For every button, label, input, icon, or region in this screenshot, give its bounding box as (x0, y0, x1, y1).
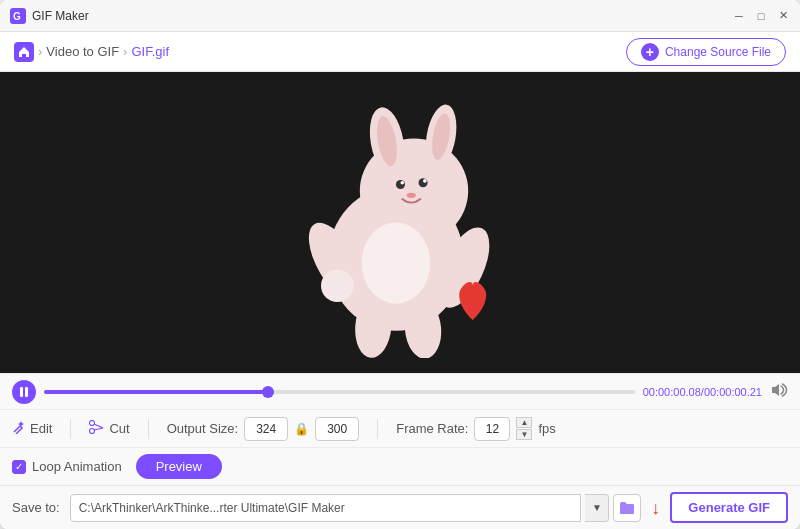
separator-2 (148, 419, 149, 439)
playback-bar: 00:00:00.08/00:00:00.21 (0, 373, 800, 409)
frame-rate-group: Frame Rate: ▲ ▼ fps (396, 417, 556, 441)
svg-point-17 (321, 269, 354, 302)
dropdown-button[interactable]: ▼ (585, 494, 609, 522)
breadcrumb-gif-file: GIF.gif (131, 44, 169, 59)
svg-rect-20 (25, 387, 28, 397)
close-button[interactable]: ✕ (776, 9, 790, 23)
video-content (0, 72, 800, 373)
svg-rect-19 (20, 387, 23, 397)
loop-animation-label: Loop Animation (32, 459, 122, 474)
video-area (0, 72, 800, 373)
output-size-label: Output Size: (167, 421, 239, 436)
title-bar-controls: ─ □ ✕ (732, 9, 790, 23)
breadcrumb-separator: › (38, 44, 42, 59)
maximize-button[interactable]: □ (754, 9, 768, 23)
generate-gif-button[interactable]: Generate GIF (670, 492, 788, 523)
save-path-container: ▼ (70, 494, 642, 522)
progress-thumb (262, 386, 274, 398)
magic-wand-icon (12, 420, 26, 437)
svg-point-18 (361, 222, 430, 303)
app-icon: G (10, 8, 26, 24)
fps-label: fps (538, 421, 555, 436)
title-bar-left: G GIF Maker (10, 8, 89, 24)
minimize-button[interactable]: ─ (732, 9, 746, 23)
progress-track[interactable] (44, 390, 635, 394)
title-bar: G GIF Maker ─ □ ✕ (0, 0, 800, 32)
video-frame (256, 87, 545, 358)
cut-button[interactable]: Cut (89, 420, 129, 437)
arrow-down-icon: ↓ (651, 499, 660, 517)
save-to-label: Save to: (12, 500, 60, 515)
edit-label: Edit (30, 421, 52, 436)
width-input[interactable] (244, 417, 288, 441)
loop-animation-group: Loop Animation (12, 459, 122, 474)
total-time: 00:00:00.21 (704, 386, 762, 398)
spin-down-button[interactable]: ▼ (516, 429, 532, 440)
save-bar: Save to: ▼ ↓ Generate GIF (0, 485, 800, 529)
frame-rate-spinbox: ▲ ▼ (516, 417, 532, 440)
progress-fill (44, 390, 268, 394)
window-title: GIF Maker (32, 9, 89, 23)
toolbar: › Video to GIF › GIF.gif + Change Source… (0, 32, 800, 72)
breadcrumb: › Video to GIF › GIF.gif (14, 42, 169, 62)
breadcrumb-separator-2: › (123, 44, 127, 59)
main-window: G GIF Maker ─ □ ✕ › Video to GIF › GIF.g… (0, 0, 800, 529)
edit-button[interactable]: Edit (12, 420, 52, 437)
svg-point-21 (90, 421, 95, 426)
arrow-indicator: ↓ (651, 499, 660, 517)
lock-icon[interactable]: 🔒 (294, 422, 309, 436)
plus-icon: + (641, 43, 659, 61)
pause-button[interactable] (12, 380, 36, 404)
frame-rate-input[interactable] (474, 417, 510, 441)
breadcrumb-video-to-gif[interactable]: Video to GIF (46, 44, 119, 59)
svg-point-8 (395, 180, 404, 189)
svg-point-12 (406, 193, 415, 198)
current-time: 00:00:00.08 (643, 386, 701, 398)
edit-bar: Edit Cut Output Size: 🔒 Frame Rate: (0, 409, 800, 447)
volume-icon[interactable] (770, 382, 788, 401)
time-display: 00:00:00.08/00:00:00.21 (643, 386, 762, 398)
height-input[interactable] (315, 417, 359, 441)
home-icon[interactable] (14, 42, 34, 62)
change-source-button[interactable]: + Change Source File (626, 38, 786, 66)
spin-up-button[interactable]: ▲ (516, 417, 532, 428)
svg-text:G: G (13, 11, 21, 22)
change-source-label: Change Source File (665, 45, 771, 59)
loop-animation-checkbox[interactable] (12, 460, 26, 474)
cut-label: Cut (109, 421, 129, 436)
separator-3 (377, 419, 378, 439)
separator-1 (70, 419, 71, 439)
save-path-input[interactable] (70, 494, 582, 522)
preview-button[interactable]: Preview (136, 454, 222, 479)
folder-button[interactable] (613, 494, 641, 522)
svg-point-22 (90, 429, 95, 434)
scissors-icon (89, 420, 105, 437)
svg-point-9 (418, 178, 427, 187)
svg-point-10 (400, 181, 404, 185)
output-size-group: Output Size: 🔒 (167, 417, 360, 441)
svg-point-11 (423, 179, 427, 183)
options-bar: Loop Animation Preview (0, 447, 800, 485)
frame-rate-label: Frame Rate: (396, 421, 468, 436)
